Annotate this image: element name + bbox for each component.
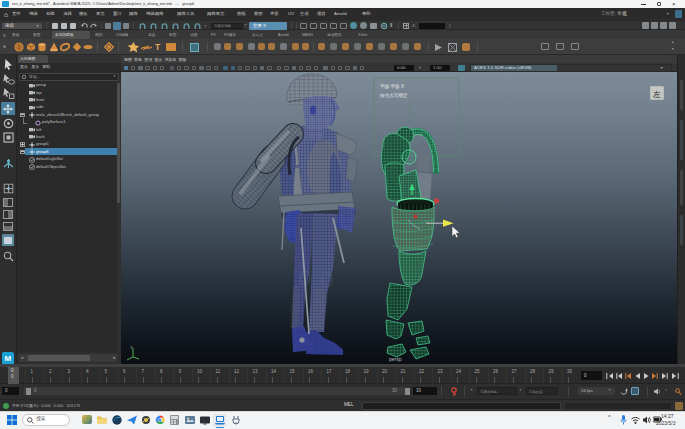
svg-text:y: y: [131, 344, 133, 349]
svg-text:persp: persp: [389, 356, 402, 362]
svg-text:左: 左: [653, 90, 661, 99]
svg-text:按住大写锁定: 按住大写锁定: [379, 92, 408, 99]
svg-text:平移:平移 X: 平移:平移 X: [380, 83, 404, 90]
